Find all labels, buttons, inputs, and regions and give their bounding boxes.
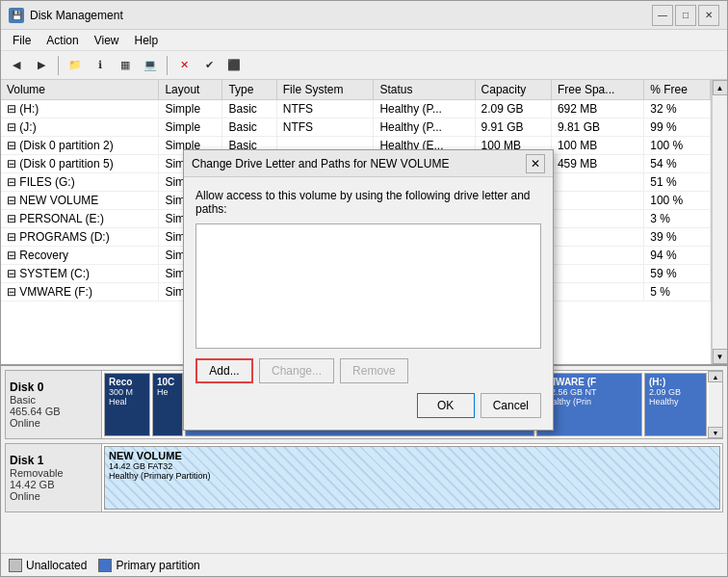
cell-fs: NTFS [276,118,374,137]
toolbar-separator-1 [58,56,59,75]
close-button[interactable]: ✕ [698,5,719,26]
cell-capacity: 9.91 GB [475,118,551,137]
cell-status: Healthy (P... [374,100,475,118]
cell-pctfree: 5 % [644,283,711,302]
table-row[interactable]: ⊟ (J:) Simple Basic NTFS Healthy (P... 9… [1,118,711,137]
back-button[interactable]: ◀ [5,54,28,77]
cell-fs: NTFS [276,100,374,118]
col-header-layout: Layout [159,80,222,100]
ok-button[interactable]: OK [417,393,475,418]
folder-button[interactable]: 📁 [64,54,87,77]
scroll-up-arrow[interactable]: ▲ [713,80,728,95]
table-scrollbar[interactable]: ▲ ▼ [712,80,727,364]
disk1-row: Disk 1 Removable 14.42 GB Online NEW VOL… [5,443,723,512]
cell-type: Basic [222,118,276,137]
forward-button[interactable]: ▶ [30,54,53,77]
cell-volume: ⊟ PROGRAMS (D:) [1,228,159,247]
cell-freespace [551,265,643,283]
col-header-freespace: Free Spa... [551,80,643,100]
cancel-button[interactable]: Cancel [481,393,541,418]
col-header-percentfree: % Free [644,80,711,100]
delete-button[interactable]: ✕ [172,54,195,77]
cell-pctfree: 54 % [644,155,711,173]
cell-volume: ⊟ (J:) [1,118,159,137]
title-bar: 💾 Disk Management — □ ✕ [1,1,727,30]
menu-file[interactable]: File [5,32,39,49]
cell-pctfree: 94 % [644,247,711,265]
disk1-label: Disk 1 Removable 14.42 GB Online [6,444,102,511]
cell-freespace: 459 MB [551,155,643,173]
disk0-partition-10c[interactable]: 10C He [152,373,183,436]
cell-status: Healthy (P... [374,118,475,137]
dialog-confirm-buttons: OK Cancel [195,393,541,418]
cell-freespace: 692 MB [551,100,643,118]
disk0-status: Online [10,417,97,429]
col-header-volume: Volume [1,80,159,100]
dialog-title-bar: Change Drive Letter and Paths for NEW VO… [184,150,553,177]
cell-layout: Simple [159,118,222,137]
menu-help[interactable]: Help [127,32,167,49]
cell-volume: ⊟ Recovery [1,247,159,265]
cell-type: Basic [222,100,276,118]
info-button[interactable]: ℹ [89,54,112,77]
disk0-title: Disk 0 [10,380,97,394]
cell-pctfree: 59 % [644,265,711,283]
disk1-type: Removable [10,467,97,479]
change-drive-dialog: Change Drive Letter and Paths for NEW VO… [183,149,554,431]
cell-layout: Simple [159,100,222,118]
cell-volume: ⊟ (H:) [1,100,159,118]
disk1-size: 14.42 GB [10,479,97,490]
cell-pctfree: 39 % [644,228,711,247]
disk0-partition-reco[interactable]: Reco 300 M Heal [104,373,150,436]
window-title: Disk Management [30,9,123,22]
cell-pctfree: 51 % [644,173,711,192]
computer-button[interactable]: 💻 [139,54,162,77]
change-button[interactable]: Change... [259,358,334,383]
cell-freespace [551,173,643,192]
square-button[interactable]: ⬛ [222,54,246,77]
legend-primary-box [98,559,112,572]
disk0-scrollbar: ▲ ▼ [709,371,722,438]
cell-volume: ⊟ PERSONAL (E:) [1,210,159,228]
dialog-content: Allow access to this volume by using the… [184,177,553,430]
menu-view[interactable]: View [87,32,127,49]
cell-freespace [551,228,643,247]
col-header-status: Status [374,80,475,100]
scroll-up[interactable]: ▲ [708,371,723,382]
cell-volume: ⊟ VMWARE (F:) [1,283,159,302]
window-controls: — □ ✕ [652,5,719,26]
dialog-paths-listbox[interactable] [195,223,541,349]
dialog-action-buttons: Add... Change... Remove [195,358,541,383]
cell-pctfree: 100 % [644,137,711,155]
menu-bar: File Action View Help [1,30,727,51]
cell-pctfree: 99 % [644,118,711,137]
maximize-button[interactable]: □ [675,5,696,26]
minimize-button[interactable]: — [652,5,673,26]
table-row[interactable]: ⊟ (H:) Simple Basic NTFS Healthy (P... 2… [1,100,711,118]
col-header-capacity: Capacity [475,80,551,100]
list-button[interactable]: ▦ [114,54,137,77]
disk1-partitions: NEW VOLUME 14.42 GB FAT32 Healthy (Prima… [102,444,722,511]
cell-pctfree: 32 % [644,100,711,118]
legend-primary: Primary partition [98,559,199,572]
disk1-status: Online [10,490,97,502]
cell-volume: ⊟ (Disk 0 partition 2) [1,137,159,155]
menu-action[interactable]: Action [39,32,86,49]
cell-pctfree: 3 % [644,210,711,228]
scroll-down[interactable]: ▼ [708,427,723,438]
legend-unallocated: Unallocated [9,559,87,572]
check-button[interactable]: ✔ [197,54,221,77]
cell-pctfree: 100 % [644,192,711,210]
cell-volume: ⊟ NEW VOLUME [1,192,159,210]
disk0-label: Disk 0 Basic 465.64 GB Online [6,371,102,438]
add-button[interactable]: Add... [195,358,253,383]
remove-button[interactable]: Remove [340,358,408,383]
dialog-title: Change Drive Letter and Paths for NEW VO… [192,157,449,170]
cell-freespace: 9.81 GB [551,118,643,137]
dialog-close-button[interactable]: ✕ [526,154,545,173]
disk1-partition-newvolume[interactable]: NEW VOLUME 14.42 GB FAT32 Healthy (Prima… [104,446,720,510]
col-header-filesystem: File System [276,80,374,100]
scroll-down-arrow[interactable]: ▼ [713,349,728,364]
toolbar: ◀ ▶ 📁 ℹ ▦ 💻 ✕ ✔ ⬛ [1,51,727,80]
disk0-partition-h[interactable]: (H:) 2.09 GB Healthy [644,373,707,436]
